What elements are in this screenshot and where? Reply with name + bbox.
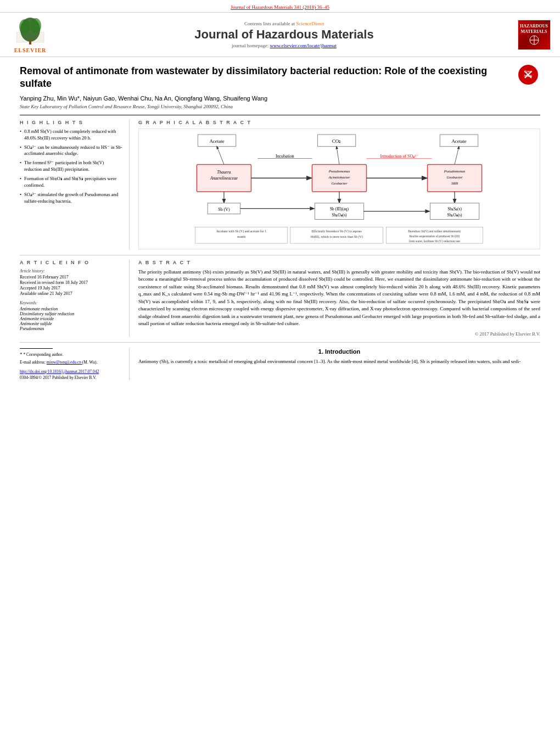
journal-header: ELSEVIER Contents lists available at Sci… bbox=[0, 12, 560, 57]
article-body: Removal of antimonate from wastewater by… bbox=[0, 57, 560, 386]
journal-citation-link[interactable]: Journal of Hazardous Materials 341 (2018… bbox=[231, 4, 329, 10]
svg-text:CO₂: CO₂ bbox=[332, 138, 341, 144]
svg-text:Incubate with Sb (V) and aceta: Incubate with Sb (V) and acetate for 1 bbox=[216, 230, 266, 233]
keywords-label: Keywords: bbox=[20, 300, 122, 305]
crossmark-badge: Cross Mark bbox=[518, 65, 538, 85]
received-date: Received 16 February 2017 bbox=[20, 275, 122, 280]
intro-heading: 1. Introduction bbox=[138, 348, 540, 355]
keyword-1: Antimonate reduction bbox=[20, 306, 122, 311]
highlights-list: 0.8 mM Sb(V) could be completely reduced… bbox=[20, 129, 122, 205]
email-link[interactable]: minw@tongji.edu.cn bbox=[47, 360, 82, 365]
keywords-group: Keywords: Antimonate reduction Dissimila… bbox=[20, 300, 122, 331]
footnote-divider bbox=[20, 348, 53, 349]
keyword-4: Antimonite sulfide bbox=[20, 321, 122, 326]
list-item: The formed S²⁻ participated in both Sb(V… bbox=[20, 160, 122, 173]
abstract-label: A B S T R A C T bbox=[138, 260, 540, 265]
article-history-group: Article history: Received 16 February 20… bbox=[20, 269, 122, 296]
svg-text:Sb(III), which is more toxic t: Sb(III), which is more toxic than Sb (V) bbox=[310, 235, 362, 239]
keyword-2: Dissimilatory sulfate reduction bbox=[20, 311, 122, 316]
svg-text:Bioreduce Sb(V) and sulfate si: Bioreduce Sb(V) and sulfate simultaneous… bbox=[408, 230, 461, 233]
title-section: Removal of antimonate from wastewater by… bbox=[20, 65, 540, 115]
journal-homepage: journal homepage: www.elsevier.com/locat… bbox=[60, 43, 508, 48]
copyright: © 2017 Published by Elsevier B.V. bbox=[138, 331, 540, 337]
svg-text:Introduction of SO₄²⁻: Introduction of SO₄²⁻ bbox=[380, 153, 418, 158]
graphical-diagram: Acetate CO₂ Acetate Incubation Introduct… bbox=[138, 129, 540, 249]
elsevier-tree-icon bbox=[14, 16, 47, 46]
crossmark: Cross Mark bbox=[518, 65, 540, 109]
list-item: Formation of Sb₂O₃ and Sb₂S₃ precipitate… bbox=[20, 176, 122, 189]
affiliation: State Key Laboratory of Pollution Contro… bbox=[20, 104, 513, 109]
sciencedirect-label: Contents lists available at ScienceDirec… bbox=[60, 21, 508, 26]
svg-point-2 bbox=[19, 19, 30, 35]
list-item: SO₄²⁻ stimulated the growth of Pseudomon… bbox=[20, 192, 122, 205]
graphical-abstract-svg: Acetate CO₂ Acetate Incubation Introduct… bbox=[139, 129, 540, 249]
graphical-abstract-label: G R A P H I C A L A B S T R A C T bbox=[138, 120, 540, 125]
svg-text:Sb₂O₃(s): Sb₂O₃(s) bbox=[332, 212, 347, 217]
svg-text:Geobacter: Geobacter bbox=[446, 175, 463, 179]
svg-point-3 bbox=[30, 18, 41, 34]
page: Journal of Hazardous Materials 341 (2018… bbox=[0, 0, 560, 742]
highlights-label: H I G H L I G H T S bbox=[20, 120, 122, 125]
sciencedirect-link[interactable]: ScienceDirect bbox=[296, 21, 324, 26]
online-date: Available online 21 July 2017 bbox=[20, 291, 122, 296]
svg-text:Geobacter: Geobacter bbox=[331, 181, 348, 185]
keyword-3: Antimonite trioxide bbox=[20, 316, 122, 321]
bottom-section: * * Corresponding author. E-mail address… bbox=[20, 348, 540, 380]
article-info-column: A R T I C L E I N F O Article history: R… bbox=[20, 260, 130, 337]
introduction-column: 1. Introduction Antimony (Sb), is curren… bbox=[138, 348, 540, 380]
journal-center-header: Contents lists available at ScienceDirec… bbox=[60, 21, 508, 48]
doi-link[interactable]: http://dx.doi.org/10.1016/j.jhazmat.2017… bbox=[20, 369, 122, 374]
svg-text:Sb (V): Sb (V) bbox=[218, 207, 230, 211]
abstract-column: A B S T R A C T The priority pollutant a… bbox=[138, 260, 540, 337]
title-content: Removal of antimonate from wastewater by… bbox=[20, 65, 513, 109]
hazardous-badge: HAZARDOUSMATERIALS bbox=[518, 20, 551, 50]
svg-text:month: month bbox=[237, 235, 245, 238]
svg-text:Realize sequestration of produ: Realize sequestration of produced Sb (II… bbox=[410, 235, 460, 238]
svg-text:Efficiently bioreduce Sb (V) t: Efficiently bioreduce Sb (V) to aqeous bbox=[311, 230, 362, 233]
svg-text:Acetate: Acetate bbox=[209, 138, 224, 144]
svg-text:Pseudomonas: Pseudomonas bbox=[444, 169, 466, 173]
highlights-graphical-section: H I G H L I G H T S 0.8 mM Sb(V) could b… bbox=[20, 120, 540, 255]
journal-name-header: Journal of Hazardous Materials bbox=[60, 27, 508, 42]
svg-text:Acetate: Acetate bbox=[451, 138, 466, 144]
authors: Yanping Zhu, Min Wu*, Naiyun Gao, Wenhai… bbox=[20, 95, 513, 102]
svg-text:from water, facilitate Sb (V) : from water, facilitate Sb (V) reduction … bbox=[409, 239, 461, 243]
svg-text:Sb₂S₂(s): Sb₂S₂(s) bbox=[447, 206, 462, 211]
email-footnote: E-mail address: minw@tongji.edu.cn (M. W… bbox=[20, 360, 122, 366]
homepage-link[interactable]: www.elsevier.com/locate/jhazmat bbox=[270, 43, 337, 48]
footnotes-column: * * Corresponding author. E-mail address… bbox=[20, 348, 130, 380]
svg-text:Anaerolineaceae: Anaerolineaceae bbox=[210, 176, 238, 181]
svg-text:Pseudomonas: Pseudomonas bbox=[328, 169, 350, 173]
svg-text:SRB: SRB bbox=[451, 181, 458, 185]
accepted-date: Accepted 19 July 2017 bbox=[20, 286, 122, 291]
svg-text:Incubation: Incubation bbox=[276, 153, 294, 158]
intro-text: Antimony (Sb), is currently a toxic meta… bbox=[138, 358, 540, 366]
graphical-abstract-column: G R A P H I C A L A B S T R A C T Acetat… bbox=[138, 120, 540, 249]
hazardous-logo: HAZARDOUSMATERIALS bbox=[513, 20, 555, 50]
list-item: SO₄²⁻ can be simultaneously reduced to H… bbox=[20, 144, 122, 158]
list-item: 0.8 mM Sb(V) could be completely reduced… bbox=[20, 129, 122, 142]
svg-text:Sb₂O₃(s): Sb₂O₃(s) bbox=[447, 212, 463, 217]
svg-text:Sb (III)(aq): Sb (III)(aq) bbox=[330, 206, 349, 211]
history-label: Article history: bbox=[20, 269, 122, 274]
corresponding-author: * * Corresponding author. bbox=[20, 351, 122, 358]
svg-rect-4 bbox=[29, 40, 31, 44]
elsevier-label: ELSEVIER bbox=[14, 47, 47, 53]
journal-top-link[interactable]: Journal of Hazardous Materials 341 (2018… bbox=[0, 0, 560, 12]
abstract-text: The priority pollutant antimony (Sb) exi… bbox=[138, 269, 540, 328]
elsevier-logo: ELSEVIER bbox=[5, 16, 55, 53]
revised-date: Received in revised form 18 July 2017 bbox=[20, 280, 122, 285]
article-title: Removal of antimonate from wastewater by… bbox=[20, 65, 513, 91]
article-info-label: A R T I C L E I N F O bbox=[20, 260, 122, 265]
info-abstract-section: A R T I C L E I N F O Article history: R… bbox=[20, 260, 540, 343]
svg-text:Thauera: Thauera bbox=[217, 170, 231, 175]
svg-text:Acinetobacter: Acinetobacter bbox=[328, 175, 350, 179]
issn-line: 0304-3894/© 2017 Published by Elsevier B… bbox=[20, 375, 122, 380]
keyword-5: Pseudomonas bbox=[20, 326, 122, 331]
highlights-column: H I G H L I G H T S 0.8 mM Sb(V) could b… bbox=[20, 120, 130, 249]
